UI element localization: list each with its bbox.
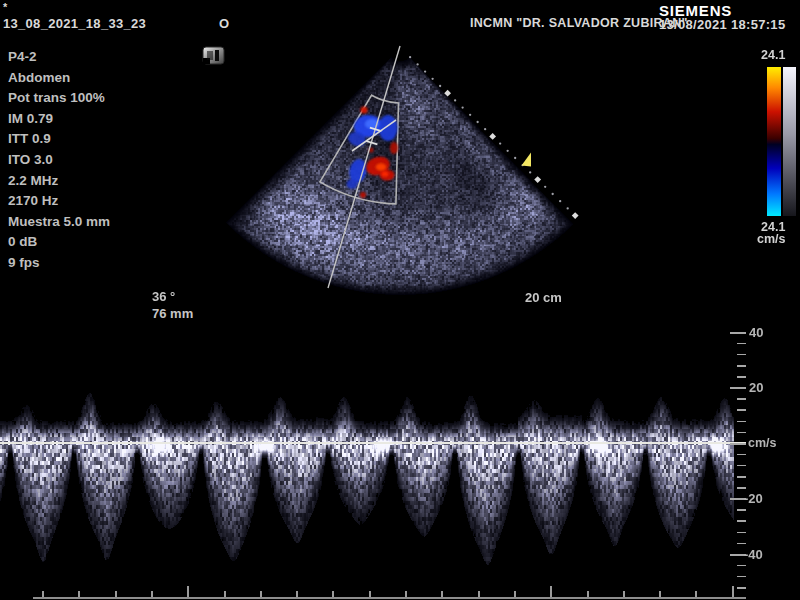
time-axis-tick (478, 591, 480, 597)
vaxis-major-tick (730, 387, 746, 389)
vaxis-label-neg20: -20 (744, 491, 763, 506)
vaxis-minor-tick (737, 587, 746, 589)
vaxis-minor-tick (737, 476, 746, 478)
vaxis-minor-tick (737, 354, 746, 356)
color-roi-box (320, 95, 399, 204)
vaxis-minor-tick (737, 576, 746, 578)
time-axis-tick (405, 591, 407, 597)
vaxis-minor-tick (737, 409, 746, 411)
sector-angle-label: 36 ° (152, 289, 175, 304)
vaxis-minor-tick (737, 520, 746, 522)
vaxis-label-20: 20 (749, 380, 763, 395)
time-axis-tick (187, 586, 189, 597)
time-axis-tick (151, 591, 153, 597)
vaxis-label-40: 40 (749, 325, 763, 340)
time-axis-tick (623, 591, 625, 597)
time-axis-tick (296, 591, 298, 597)
time-axis-line (33, 597, 746, 599)
focus-marker-icon (522, 153, 532, 167)
vaxis-minor-tick (737, 565, 746, 567)
depth-scale-label: 20 cm (525, 290, 562, 305)
vaxis-minor-tick (737, 343, 746, 345)
vaxis-minor-tick (737, 376, 746, 378)
sector-overlay (0, 40, 800, 300)
vaxis-minor-tick (737, 532, 746, 534)
time-axis-tick (587, 591, 589, 597)
time-axis-tick (441, 591, 443, 597)
header-asterisk: * (3, 1, 8, 13)
time-axis-tick (332, 591, 334, 597)
vaxis-minor-tick (737, 465, 746, 467)
header-field-o: O (219, 16, 229, 31)
time-axis-tick (695, 591, 697, 597)
vaxis-minor-tick (737, 509, 746, 511)
time-axis-tick (224, 591, 226, 597)
velocity-bar-top-value: 24.1 (761, 48, 785, 62)
vaxis-minor-tick (737, 543, 746, 545)
spectral-doppler-trace (0, 325, 748, 597)
spectral-baseline (0, 442, 746, 444)
velocity-bar-unit: cm/s (757, 232, 786, 246)
time-axis-tick (115, 591, 117, 597)
vaxis-label-neg40: -40 (744, 547, 763, 562)
time-axis-tick (550, 586, 552, 597)
time-axis-tick (732, 586, 734, 597)
doppler-color-bar (767, 67, 781, 216)
vaxis-minor-tick (737, 487, 746, 489)
vaxis-minor-tick (737, 432, 746, 434)
gate-depth-label: 76 mm (152, 306, 193, 321)
depth-scale-dots (409, 56, 579, 219)
vaxis-label-unit: cm/s (748, 436, 777, 450)
vaxis-major-tick (730, 332, 746, 334)
vaxis-minor-tick (737, 454, 746, 456)
time-axis-tick (260, 591, 262, 597)
probe-orientation-icon (203, 47, 224, 64)
vaxis-major-tick (730, 443, 746, 445)
time-axis-tick (369, 591, 371, 597)
datetime: 13/08/2021 18:57:15 (659, 17, 785, 32)
exam-id: 13_08_2021_18_33_23 (3, 16, 146, 31)
grayscale-bar (783, 67, 796, 216)
time-axis-tick (42, 591, 44, 597)
vaxis-minor-tick (737, 398, 746, 400)
time-axis-tick (659, 591, 661, 597)
ultrasound-screen: * 13_08_2021_18_33_23 O INCMN "DR. SALVA… (0, 0, 800, 600)
time-axis-tick (78, 591, 80, 597)
time-axis-tick (514, 591, 516, 597)
vaxis-minor-tick (737, 421, 746, 423)
institution-name: INCMN "DR. SALVADOR ZUBIRAN" (470, 16, 688, 30)
vaxis-minor-tick (737, 365, 746, 367)
